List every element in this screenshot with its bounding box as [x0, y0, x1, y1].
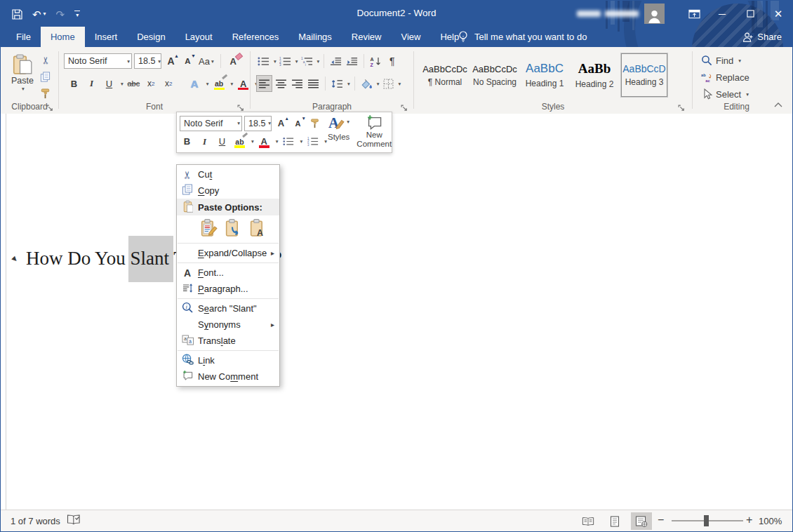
italic-button[interactable]: I: [84, 76, 99, 91]
print-layout-button[interactable]: [604, 512, 625, 530]
document-canvas[interactable]: ▶ How Do You Slant Text In Word?: [1, 114, 792, 510]
mini-bold-button[interactable]: B: [180, 134, 194, 149]
mini-format-painter-button[interactable]: [307, 116, 322, 131]
mini-shrink-font-button[interactable]: A▼: [291, 116, 305, 131]
mini-underline-button[interactable]: U: [215, 134, 229, 149]
copy-button[interactable]: [38, 69, 53, 84]
text-effects-button[interactable]: A: [187, 76, 202, 91]
font-name-dropdown-icon[interactable]: ▾: [127, 58, 130, 65]
mini-font-color-dropdown-icon[interactable]: ▾: [276, 138, 279, 145]
tab-home[interactable]: Home: [41, 27, 85, 47]
mini-bullets-dropdown-icon[interactable]: ▾: [300, 138, 303, 145]
clear-formatting-button[interactable]: A: [226, 53, 241, 69]
text-effects-dropdown-icon[interactable]: ▾: [206, 81, 209, 87]
font-color-button[interactable]: A: [236, 76, 251, 91]
clipboard-dialog-launcher-icon[interactable]: [46, 102, 54, 110]
mini-styles-button[interactable]: A▾ Styles: [326, 112, 352, 152]
mini-highlight-dropdown-icon[interactable]: ▾: [251, 138, 254, 145]
mini-font-color-button[interactable]: A: [257, 134, 272, 149]
menu-item-cut[interactable]: ✂Cut: [177, 166, 279, 182]
customize-quick-access-icon[interactable]: ▾: [74, 11, 80, 18]
menu-item-translate[interactable]: aâTranslate: [177, 333, 279, 349]
style-h1[interactable]: AaBbCHeading 1: [521, 53, 568, 97]
menu-item-copy[interactable]: Copy: [177, 182, 279, 199]
numbering-button[interactable]: 123: [278, 53, 293, 69]
bold-button[interactable]: B: [67, 76, 81, 91]
menu-item-link[interactable]: Link: [177, 352, 279, 368]
align-center-button[interactable]: [274, 76, 288, 91]
web-layout-button[interactable]: [631, 512, 652, 530]
avatar[interactable]: [644, 4, 665, 24]
mini-italic-button[interactable]: I: [197, 134, 212, 149]
replace-button[interactable]: abac Replace: [701, 69, 780, 85]
select-dropdown-icon[interactable]: ▾: [746, 91, 749, 98]
numbering-dropdown-icon[interactable]: ▾: [295, 58, 298, 65]
user-name-redacted[interactable]: [577, 11, 639, 17]
tab-view[interactable]: View: [391, 27, 430, 47]
zoom-slider-handle[interactable]: [704, 515, 709, 526]
multilevel-list-button[interactable]: 1ai: [300, 53, 314, 69]
styles-dialog-launcher-icon[interactable]: [678, 102, 686, 110]
mini-font-size-combo[interactable]: 18.5▾: [244, 116, 272, 131]
share-button[interactable]: Share: [742, 27, 782, 47]
select-button[interactable]: Select▾: [701, 86, 780, 102]
tab-references[interactable]: References: [222, 27, 288, 47]
mini-numbering-button[interactable]: 123: [305, 134, 320, 149]
minimize-icon[interactable]: ─: [708, 1, 736, 27]
zoom-in-button[interactable]: +: [746, 514, 752, 526]
read-mode-button[interactable]: [578, 512, 599, 530]
highlight-button[interactable]: ab: [212, 76, 227, 91]
zoom-percentage[interactable]: 100%: [759, 516, 782, 526]
paste-text-only-button[interactable]: A: [248, 218, 267, 237]
tell-me-box[interactable]: Tell me what you want to do: [458, 27, 587, 47]
font-size-combo[interactable]: 18.5▾: [134, 53, 161, 69]
save-icon[interactable]: [12, 9, 22, 20]
mini-font-size-dropdown-icon[interactable]: ▾: [268, 120, 271, 126]
word-count[interactable]: 1 of 7 words: [11, 516, 60, 526]
mini-font-name-dropdown-icon[interactable]: ▾: [237, 120, 240, 126]
tab-insert[interactable]: Insert: [85, 27, 128, 47]
redo-icon[interactable]: ↷: [56, 9, 65, 20]
grow-font-button[interactable]: A▲: [164, 53, 178, 69]
collapse-ribbon-icon[interactable]: [774, 98, 782, 110]
cut-button[interactable]: ✂: [38, 53, 53, 67]
menu-item-synonyms[interactable]: Synonyms▸: [177, 317, 279, 333]
paste-merge-formatting-button[interactable]: [224, 218, 243, 237]
style-normal[interactable]: AaBbCcDc¶ Normal: [422, 53, 468, 97]
borders-dropdown-icon[interactable]: ▾: [399, 81, 401, 87]
strikethrough-button[interactable]: abc: [126, 76, 141, 91]
paragraph-dialog-launcher-icon[interactable]: [401, 102, 408, 110]
zoom-out-button[interactable]: −: [658, 514, 664, 526]
paste-dropdown-icon[interactable]: ▾: [22, 86, 25, 92]
undo-button[interactable]: ↶▾: [32, 9, 46, 20]
font-dialog-launcher-icon[interactable]: [237, 102, 245, 110]
tab-design[interactable]: Design: [127, 27, 175, 47]
paste-button[interactable]: Paste ▾: [6, 52, 39, 104]
find-dropdown-icon[interactable]: ▾: [738, 58, 741, 64]
mini-styles-dropdown-icon[interactable]: ▾: [347, 119, 349, 126]
menu-item-search-slant[interactable]: iSearch "Slant": [177, 300, 279, 317]
find-button[interactable]: Find▾: [701, 53, 780, 68]
increase-indent-button[interactable]: [345, 53, 359, 69]
font-name-combo[interactable]: Noto Serif▾: [64, 53, 132, 69]
mini-bullets-button[interactable]: [281, 134, 296, 149]
tab-file[interactable]: File: [6, 27, 41, 47]
tab-layout[interactable]: Layout: [175, 27, 222, 47]
line-spacing-button[interactable]: [330, 76, 345, 91]
borders-button[interactable]: [381, 76, 396, 91]
proofing-check-icon[interactable]: [67, 514, 81, 526]
shading-dropdown-icon[interactable]: ▾: [377, 81, 380, 87]
mini-grow-font-button[interactable]: A▲: [274, 116, 288, 131]
undo-dropdown-icon[interactable]: ▾: [44, 11, 46, 17]
mini-font-name-combo[interactable]: Noto Serif▾: [180, 116, 242, 131]
bullets-button[interactable]: [256, 53, 271, 69]
menu-item-new-comment[interactable]: New Comment: [177, 368, 279, 385]
tab-review[interactable]: Review: [342, 27, 392, 47]
tab-mailings[interactable]: Mailings: [288, 27, 342, 47]
superscript-button[interactable]: x2: [161, 76, 176, 91]
line-spacing-dropdown-icon[interactable]: ▾: [347, 81, 350, 87]
style-h3[interactable]: AaBbCcDHeading 3: [621, 53, 667, 97]
font-size-dropdown-icon[interactable]: ▾: [158, 58, 161, 65]
show-hide-pilcrow-button[interactable]: ¶: [385, 53, 399, 69]
ribbon-display-options-icon[interactable]: [680, 1, 708, 27]
